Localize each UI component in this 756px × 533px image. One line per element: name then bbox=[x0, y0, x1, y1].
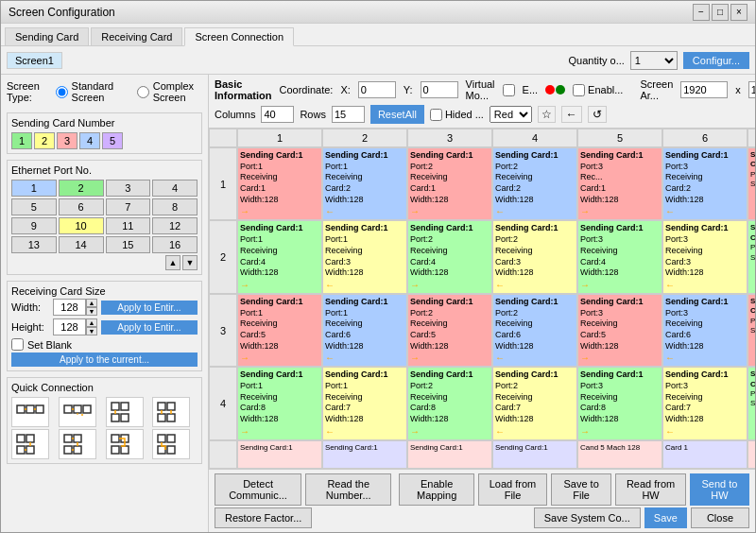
port-3[interactable]: 3 bbox=[106, 180, 151, 197]
port-7[interactable]: 7 bbox=[106, 198, 151, 215]
cell-4-6[interactable]: Sending Card:1 Port:3 Receiving Card:7 W… bbox=[662, 367, 747, 439]
quick-icon-8[interactable] bbox=[152, 429, 190, 459]
tab-screen-connection[interactable]: Screen Connection bbox=[184, 27, 294, 46]
redo-button[interactable]: ↺ bbox=[588, 106, 607, 123]
quick-icon-1[interactable] bbox=[11, 397, 49, 427]
tab-receiving-card[interactable]: Receiving Card bbox=[91, 27, 182, 45]
cell-4-7[interactable]: Sending Card:1 Port:3 S... bbox=[747, 367, 755, 439]
card-num-4[interactable]: 4 bbox=[79, 132, 100, 149]
port-2[interactable]: 2 bbox=[59, 180, 104, 197]
send-to-hw-button[interactable]: Send to HW bbox=[690, 473, 749, 506]
width-spin-down[interactable]: ▼ bbox=[86, 307, 97, 316]
quick-icon-6[interactable] bbox=[59, 429, 96, 459]
port-9[interactable]: 9 bbox=[11, 217, 57, 234]
cell-2-6[interactable]: Sending Card:1 Port:3 Receiving Card:3 W… bbox=[662, 220, 747, 293]
read-from-hw-button[interactable]: Read from HW bbox=[615, 473, 686, 506]
port-10[interactable]: 10 bbox=[59, 217, 104, 234]
port-14[interactable]: 14 bbox=[59, 236, 104, 253]
cell-3-3[interactable]: Sending Card:1 Port:2 Receiving Card:5 W… bbox=[407, 294, 492, 367]
virtual-checkbox-group[interactable] bbox=[503, 84, 515, 96]
cell-3-4[interactable]: Sending Card:1 Port:2 Receiving Card:6 W… bbox=[492, 294, 577, 367]
read-number-button[interactable]: Read the Number... bbox=[305, 473, 391, 506]
quick-icon-3[interactable] bbox=[106, 397, 144, 427]
cell-1-7[interactable]: Sending Card:1 Port:3 S... bbox=[747, 147, 755, 220]
hidden-group[interactable]: Hided ... bbox=[430, 109, 484, 121]
configure-button[interactable]: Configur... bbox=[683, 52, 749, 69]
port-13[interactable]: 13 bbox=[11, 236, 57, 253]
card-num-5[interactable]: 5 bbox=[102, 132, 123, 149]
star-button[interactable]: ☆ bbox=[538, 106, 556, 123]
cell-4-1[interactable]: Sending Card:1 Port:1 Receiving Card:8 W… bbox=[237, 367, 322, 439]
hidden-checkbox[interactable] bbox=[430, 109, 442, 121]
detect-communicate-button[interactable]: Detect Communic... bbox=[215, 473, 301, 506]
enable-mapping-button[interactable]: Enable Mapping bbox=[399, 473, 474, 506]
cell-3-5[interactable]: Sending Card:1 Port:3 Receiving Card:5 W… bbox=[577, 294, 662, 367]
apply-entire-width-button[interactable]: Apply to Entir... bbox=[101, 301, 198, 315]
width-spin-up[interactable]: ▲ bbox=[86, 299, 97, 307]
port-16[interactable]: 16 bbox=[152, 236, 198, 253]
screen-height-input[interactable] bbox=[748, 81, 755, 98]
width-input[interactable] bbox=[53, 299, 86, 316]
apply-current-button[interactable]: Apply to the current... bbox=[11, 352, 198, 367]
set-blank-checkbox[interactable] bbox=[11, 338, 24, 351]
cell-3-2[interactable]: Sending Card:1 Port:1 Receiving Card:6 W… bbox=[322, 294, 407, 367]
minimize-button[interactable]: − bbox=[693, 4, 710, 21]
quick-icon-2[interactable] bbox=[59, 397, 96, 427]
cell-2-4[interactable]: Sending Card:1 Port:2 Receiving Card:3 W… bbox=[492, 220, 577, 293]
grid-area[interactable]: 1 2 3 4 5 6 7 1 Sending Card:1 bbox=[209, 129, 755, 469]
cell-1-5[interactable]: Sending Card:1 Port:3 Rec... Card:1 Widt… bbox=[577, 147, 662, 220]
standard-screen-option[interactable]: Standard Screen bbox=[56, 80, 122, 103]
quick-icon-5[interactable] bbox=[11, 429, 49, 459]
cell-3-7[interactable]: Sending Card:1 Port:3 S... bbox=[747, 294, 755, 367]
cell-4-3[interactable]: Sending Card:1 Port:2 Receiving Card:8 W… bbox=[407, 367, 492, 439]
port-scroll-up[interactable]: ▲ bbox=[165, 255, 180, 270]
cell-2-1[interactable]: Sending Card:1 Port:1 Receiving Card:4 W… bbox=[237, 220, 322, 293]
screen1-tab[interactable]: Screen1 bbox=[7, 52, 62, 69]
enable-checkbox-group[interactable]: Enabl... bbox=[573, 84, 623, 96]
port-scroll-down[interactable]: ▼ bbox=[182, 255, 198, 270]
quick-icon-4[interactable] bbox=[152, 397, 190, 427]
cell-4-4[interactable]: Sending Card:1 Port:2 Receiving Card:7 W… bbox=[492, 367, 577, 439]
port-4[interactable]: 4 bbox=[152, 180, 198, 197]
restore-factory-button[interactable]: Restore Factor... bbox=[215, 507, 312, 528]
cell-3-1[interactable]: Sending Card:1 Port:1 Receiving Card:5 W… bbox=[237, 294, 322, 367]
quantity-select[interactable]: 1 2 3 bbox=[630, 51, 678, 70]
card-num-1[interactable]: 1 bbox=[11, 132, 32, 149]
cell-3-6[interactable]: Sending Card:1 Port:3 Receiving Card:6 W… bbox=[662, 294, 747, 367]
save-system-button[interactable]: Save System Co... bbox=[534, 507, 641, 528]
cell-1-3[interactable]: Sending Card:1 Port:2 Receiving Card:1 W… bbox=[407, 147, 492, 220]
cell-1-4[interactable]: Sending Card:1 Port:2 Receiving Card:2 W… bbox=[492, 147, 577, 220]
cell-4-5[interactable]: Sending Card:1 Port:3 Receiving Card:8 W… bbox=[577, 367, 662, 439]
cell-1-6[interactable]: Sending Card:1 Port:3 Receiving Card:2 W… bbox=[662, 147, 747, 220]
rows-input[interactable] bbox=[332, 106, 365, 123]
complex-screen-option[interactable]: Complex Screen bbox=[137, 80, 202, 103]
close-button[interactable]: Close bbox=[691, 507, 749, 528]
card-num-3[interactable]: 3 bbox=[57, 132, 77, 149]
close-window-button[interactable]: × bbox=[730, 4, 747, 21]
card-num-2[interactable]: 2 bbox=[34, 132, 55, 149]
reset-all-button[interactable]: ResetAll bbox=[370, 105, 424, 124]
port-8[interactable]: 8 bbox=[152, 198, 198, 215]
color-select[interactable]: Red Green Blue bbox=[490, 106, 532, 123]
cell-1-1[interactable]: Sending Card:1 Port:1 Receiving Card:1 W… bbox=[237, 147, 322, 220]
save-button[interactable]: Save bbox=[644, 507, 687, 528]
maximize-button[interactable]: □ bbox=[712, 4, 729, 21]
cell-2-7[interactable]: Sending Card:1 Port:3 S... bbox=[747, 220, 755, 293]
port-11[interactable]: 11 bbox=[106, 217, 151, 234]
quick-icon-7[interactable] bbox=[106, 429, 144, 459]
cell-1-2[interactable]: Sending Card:1 Port:1 Receiving Card:2 W… bbox=[322, 147, 407, 220]
port-12[interactable]: 12 bbox=[152, 217, 198, 234]
port-1[interactable]: 1 bbox=[11, 180, 57, 197]
cell-2-2[interactable]: Sending Card:1 Port:1 Receiving Card:3 W… bbox=[322, 220, 407, 293]
height-spin-down[interactable]: ▼ bbox=[86, 327, 97, 335]
cell-2-5[interactable]: Sending Card:1 Port:3 Receiving Card:4 W… bbox=[577, 220, 662, 293]
port-15[interactable]: 15 bbox=[106, 236, 151, 253]
undo-button[interactable]: ← bbox=[561, 106, 582, 123]
save-to-file-button[interactable]: Save to File bbox=[551, 473, 611, 506]
cell-2-3[interactable]: Sending Card:1 Port:2 Receiving Card:4 W… bbox=[407, 220, 492, 293]
y-input[interactable] bbox=[421, 81, 458, 98]
height-input[interactable] bbox=[53, 318, 86, 335]
port-5[interactable]: 5 bbox=[11, 198, 57, 215]
screen-width-input[interactable] bbox=[680, 81, 728, 98]
x-input[interactable] bbox=[358, 81, 396, 98]
